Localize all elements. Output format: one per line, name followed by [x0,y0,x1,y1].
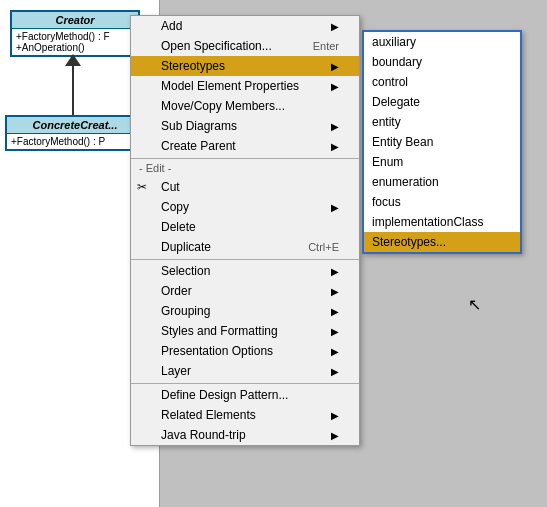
submenu-implementation-class-label: implementationClass [372,215,483,229]
add-submenu-arrow: ▶ [331,21,339,32]
java-submenu-arrow: ▶ [331,430,339,441]
stereotypes-submenu: auxiliary boundary control Delegate enti… [362,30,522,254]
menu-item-stereotypes[interactable]: Stereotypes ▶ [131,56,359,76]
menu-item-selection-label: Selection [161,264,210,278]
menu-item-related-label: Related Elements [161,408,256,422]
uml-class-concrete: ConcreteCreat... +FactoryMethod() : P [5,115,145,151]
menu-item-styles-formatting[interactable]: Styles and Formatting ▶ [131,321,359,341]
copy-submenu-arrow: ▶ [331,202,339,213]
sub-diagrams-submenu-arrow: ▶ [331,121,339,132]
menu-item-move-copy-label: Move/Copy Members... [161,99,285,113]
scissors-icon: ✂ [137,180,147,194]
menu-item-delete[interactable]: Delete [131,217,359,237]
menu-item-styles-label: Styles and Formatting [161,324,278,338]
submenu-enumeration-label: enumeration [372,175,439,189]
submenu-auxiliary[interactable]: auxiliary [364,32,520,52]
concrete-class-title: ConcreteCreat... [7,117,143,134]
menu-item-add[interactable]: Add ▶ [131,16,359,36]
menu-item-cut[interactable]: ✂ Cut [131,177,359,197]
selection-submenu-arrow: ▶ [331,266,339,277]
menu-item-add-label: Add [161,19,182,33]
menu-item-order[interactable]: Order ▶ [131,281,359,301]
stereotypes-submenu-arrow: ▶ [331,61,339,72]
uml-class-creator: Creator +FactoryMethod() : F +AnOperatio… [10,10,140,57]
submenu-entity-bean-label: Entity Bean [372,135,433,149]
submenu-entity-label: entity [372,115,401,129]
grouping-submenu-arrow: ▶ [331,306,339,317]
menu-item-define-design[interactable]: Define Design Pattern... [131,383,359,405]
submenu-delegate-label: Delegate [372,95,420,109]
menu-item-java-label: Java Round-trip [161,428,246,442]
concrete-method-1: +FactoryMethod() : P [11,136,139,147]
mouse-cursor: ↖ [468,295,481,314]
menu-item-model-element-props[interactable]: Model Element Properties ▶ [131,76,359,96]
model-element-submenu-arrow: ▶ [331,81,339,92]
creator-class-body: +FactoryMethod() : F +AnOperation() [12,29,138,55]
arrow-line [72,58,74,118]
context-menu: Add ▶ Open Specification... Enter Stereo… [130,15,360,446]
menu-item-create-parent[interactable]: Create Parent ▶ [131,136,359,156]
menu-item-related-elements[interactable]: Related Elements ▶ [131,405,359,425]
concrete-class-body: +FactoryMethod() : P [7,134,143,149]
menu-item-stereotypes-label: Stereotypes [161,59,225,73]
menu-item-create-parent-label: Create Parent [161,139,236,153]
styles-submenu-arrow: ▶ [331,326,339,337]
submenu-focus[interactable]: focus [364,192,520,212]
create-parent-submenu-arrow: ▶ [331,141,339,152]
menu-item-grouping-label: Grouping [161,304,210,318]
menu-item-duplicate[interactable]: Duplicate Ctrl+E [131,237,359,257]
submenu-auxiliary-label: auxiliary [372,35,416,49]
order-submenu-arrow: ▶ [331,286,339,297]
submenu-implementation-class[interactable]: implementationClass [364,212,520,232]
menu-item-presentation-label: Presentation Options [161,344,273,358]
creator-method-2: +AnOperation() [16,42,134,53]
menu-item-grouping[interactable]: Grouping ▶ [131,301,359,321]
menu-item-move-copy[interactable]: Move/Copy Members... [131,96,359,116]
menu-item-copy[interactable]: Copy ▶ [131,197,359,217]
creator-class-title: Creator [12,12,138,29]
submenu-focus-label: focus [372,195,401,209]
menu-item-model-element-label: Model Element Properties [161,79,299,93]
submenu-boundary[interactable]: boundary [364,52,520,72]
menu-item-copy-label: Copy [161,200,189,214]
menu-item-selection[interactable]: Selection ▶ [131,259,359,281]
submenu-boundary-label: boundary [372,55,422,69]
submenu-control-label: control [372,75,408,89]
submenu-delegate[interactable]: Delegate [364,92,520,112]
menu-item-cut-label: Cut [161,180,180,194]
menu-item-presentation-options[interactable]: Presentation Options ▶ [131,341,359,361]
submenu-entity[interactable]: entity [364,112,520,132]
open-spec-shortcut: Enter [313,40,339,52]
menu-item-duplicate-label: Duplicate [161,240,211,254]
menu-item-delete-label: Delete [161,220,196,234]
submenu-control[interactable]: control [364,72,520,92]
submenu-enum-label: Enum [372,155,403,169]
submenu-entity-bean[interactable]: Entity Bean [364,132,520,152]
related-submenu-arrow: ▶ [331,410,339,421]
menu-item-define-design-label: Define Design Pattern... [161,388,288,402]
menu-item-open-spec-label: Open Specification... [161,39,272,53]
submenu-stereotypes-dots-label: Stereotypes... [372,235,446,249]
creator-method-1: +FactoryMethod() : F [16,31,134,42]
submenu-enumeration[interactable]: enumeration [364,172,520,192]
submenu-stereotypes-dots[interactable]: Stereotypes... [364,232,520,252]
duplicate-shortcut: Ctrl+E [308,241,339,253]
menu-item-layer-label: Layer [161,364,191,378]
submenu-enum[interactable]: Enum [364,152,520,172]
menu-item-order-label: Order [161,284,192,298]
presentation-submenu-arrow: ▶ [331,346,339,357]
menu-item-java-round-trip[interactable]: Java Round-trip ▶ [131,425,359,445]
edit-section-label: - Edit - [131,158,359,177]
menu-item-open-spec[interactable]: Open Specification... Enter [131,36,359,56]
menu-item-sub-diagrams[interactable]: Sub Diagrams ▶ [131,116,359,136]
layer-submenu-arrow: ▶ [331,366,339,377]
menu-item-sub-diagrams-label: Sub Diagrams [161,119,237,133]
menu-item-layer[interactable]: Layer ▶ [131,361,359,381]
